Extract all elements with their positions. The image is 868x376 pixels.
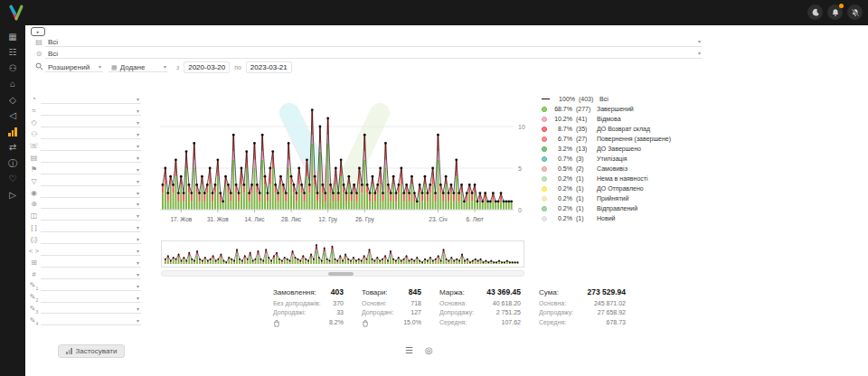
legend-item[interactable]: 10.2%(41)Відмова xyxy=(542,114,703,124)
legend-item[interactable]: 0.2%(1)Новий xyxy=(542,213,703,223)
stats-group: Маржа:43 369.45Основна:40 618.20Допродаж… xyxy=(439,287,521,327)
video-tutorial-button[interactable]: ▸ xyxy=(31,27,45,36)
filter-select[interactable]: ▾ xyxy=(41,130,141,139)
status-filter-select[interactable]: Всі ▾ xyxy=(45,49,703,59)
sidebar-item-products[interactable]: ◇ xyxy=(0,92,25,108)
chevron-down-icon: ▾ xyxy=(99,64,101,70)
filter-select[interactable]: ▾ xyxy=(41,118,141,127)
stats-sublabel: Допродажу: xyxy=(539,309,573,315)
filter-select[interactable]: ▾ xyxy=(41,189,141,198)
stats-subvalue: 15.0% xyxy=(403,319,421,327)
filter-select[interactable]: ▾ xyxy=(41,154,141,163)
svg-text:23. Січ: 23. Січ xyxy=(429,216,447,222)
sidebar-item-marketing[interactable]: ◁ xyxy=(0,108,25,125)
chevron-down-icon: ▾ xyxy=(137,260,139,266)
search-mode-select[interactable]: Розширений ▾ xyxy=(45,62,103,72)
sidebar-item-video[interactable]: ▷ xyxy=(0,187,25,203)
legend-item[interactable]: 0.2%(1)Нема в наявності xyxy=(542,174,703,183)
legend-item[interactable]: 0.5%(2)Самовивіз xyxy=(542,164,703,174)
filter-select[interactable]: ▾ xyxy=(41,223,141,232)
legend-pct: 0.2% xyxy=(547,175,572,182)
filter-select[interactable]: ▾ xyxy=(41,270,141,279)
info-icon: ⓘ xyxy=(8,159,17,168)
legend-pct: 10.2% xyxy=(547,116,572,122)
sidebar-item-dashboard[interactable]: ▦ xyxy=(0,29,25,45)
stats-subvalue: 245 871.02 xyxy=(594,300,626,306)
mini-chart-box[interactable] xyxy=(161,240,524,268)
filter-icon-15: # xyxy=(27,271,41,278)
filter-select[interactable]: ▾ xyxy=(41,107,141,116)
legend-item[interactable]: 0.2%(1)ДО Отправлено xyxy=(542,183,703,193)
filter-select[interactable]: ▾ xyxy=(41,258,141,268)
legend-count: (1) xyxy=(572,175,597,182)
filter-select[interactable]: ▾ xyxy=(41,235,141,244)
filter-icon-1: ≈ xyxy=(27,108,41,115)
list-view-button[interactable]: ☰ xyxy=(405,346,413,355)
filter-select[interactable]: ▾ xyxy=(41,305,141,314)
app-logo[interactable] xyxy=(7,4,25,22)
svg-text:14. Лис: 14. Лис xyxy=(245,216,266,222)
apply-button[interactable]: Застосувати xyxy=(58,344,125,358)
filter-select[interactable]: ▾ xyxy=(41,142,141,151)
chart-view-button[interactable]: ◎ xyxy=(425,346,433,355)
filter-select[interactable]: ▾ xyxy=(41,282,141,291)
sidebar-item-info[interactable]: ⓘ xyxy=(0,155,25,172)
sidebar-item-analytics[interactable] xyxy=(0,124,25,140)
svg-text:17. Жов: 17. Жов xyxy=(170,216,192,222)
mini-chart-scrollbar-thumb[interactable] xyxy=(328,272,354,276)
mini-chart-scrollbar[interactable] xyxy=(161,270,524,277)
date-from-input[interactable]: 2020-03-20 xyxy=(184,61,230,73)
summary-stats: Замовлення:403Без допродажів:370Допродаж… xyxy=(273,287,626,327)
filter-select[interactable]: ▾ xyxy=(41,316,141,325)
mini-chart-svg[interactable] xyxy=(162,241,524,267)
legend-item[interactable]: 0.7%(3)Утилізація xyxy=(542,154,703,164)
svg-text:5: 5 xyxy=(518,165,522,172)
svg-text:26. Гру: 26. Гру xyxy=(355,216,375,223)
filter-select[interactable]: ▾ xyxy=(41,212,141,221)
legend-item[interactable]: 3.2%(13)ДО Завершено xyxy=(542,144,703,154)
stats-subvalue: 40 618.20 xyxy=(493,300,521,306)
bag-icon xyxy=(362,319,369,327)
svg-text:31. Жов: 31. Жов xyxy=(207,216,229,222)
orders-chart: 051017. Жов31. Жов14. Лис28. Лис12. Гру2… xyxy=(158,90,531,228)
legend-item[interactable]: 68.7%(277)Завершений xyxy=(542,104,703,114)
stats-subrow: Середня:107.62 xyxy=(439,319,521,325)
chevron-down-icon: ▾ xyxy=(698,51,701,56)
stats-subrow: Без допродажів:370 xyxy=(273,300,344,306)
date-field-select[interactable]: ▦Додане ▾ xyxy=(108,62,168,72)
legend-item[interactable]: 8.7%(35)ДО Возврат склад xyxy=(542,124,703,134)
svg-text:10: 10 xyxy=(518,124,525,130)
sidebar-item-orders[interactable]: ☷ xyxy=(0,45,25,61)
filter-select[interactable]: ▾ xyxy=(41,165,141,174)
sidebar-item-integrations[interactable]: ⇄ xyxy=(0,140,25,156)
theme-toggle-button[interactable] xyxy=(807,5,823,20)
filter-row-status: ⊙ Всі ▾ xyxy=(33,49,703,59)
chevron-down-icon: ▾ xyxy=(137,213,139,219)
legend-item[interactable]: 6.7%(27)Повернення (завершене) xyxy=(542,134,703,144)
chevron-down-icon: ▾ xyxy=(137,306,139,312)
legend-item[interactable]: 0.2%(1)Прийнятий xyxy=(542,193,703,203)
source-filter-select[interactable]: Всі ▾ xyxy=(45,37,703,47)
orders-icon: ☷ xyxy=(9,48,17,57)
sidebar-item-warehouse[interactable]: ⌂ xyxy=(0,77,25,93)
stats-sublabel: Основні: xyxy=(362,300,387,306)
filter-select[interactable]: ▾ xyxy=(41,95,141,104)
filter-select[interactable]: ▾ xyxy=(41,177,141,186)
filter-select[interactable]: ▾ xyxy=(41,247,141,256)
sidebar-item-clients[interactable]: ⚇ xyxy=(0,61,25,77)
pencil-icon: ✎3 xyxy=(27,306,41,315)
date-to-input[interactable]: 2023-03-21 xyxy=(246,61,292,73)
topbar-actions xyxy=(807,5,863,20)
legend-item[interactable]: 0.2%(1)Відправлений xyxy=(542,203,703,213)
filter-icon-12: {;} xyxy=(27,236,41,243)
legend-item[interactable]: 100%(403)Всі xyxy=(542,94,703,104)
sidebar-item-support[interactable]: ♡ xyxy=(0,172,25,188)
alerts-muted-button[interactable] xyxy=(847,5,863,20)
filter-select[interactable]: ▾ xyxy=(41,200,141,209)
filter-select[interactable]: ▾ xyxy=(41,294,141,303)
legend-pct: 0.7% xyxy=(547,155,572,162)
notifications-button[interactable] xyxy=(827,5,843,20)
main-chart-svg[interactable]: 051017. Жов31. Жов14. Лис28. Лис12. Гру2… xyxy=(158,90,531,228)
stats-subrow: Основна:245 871.02 xyxy=(539,300,626,306)
layers-icon: ▤ xyxy=(33,39,45,46)
